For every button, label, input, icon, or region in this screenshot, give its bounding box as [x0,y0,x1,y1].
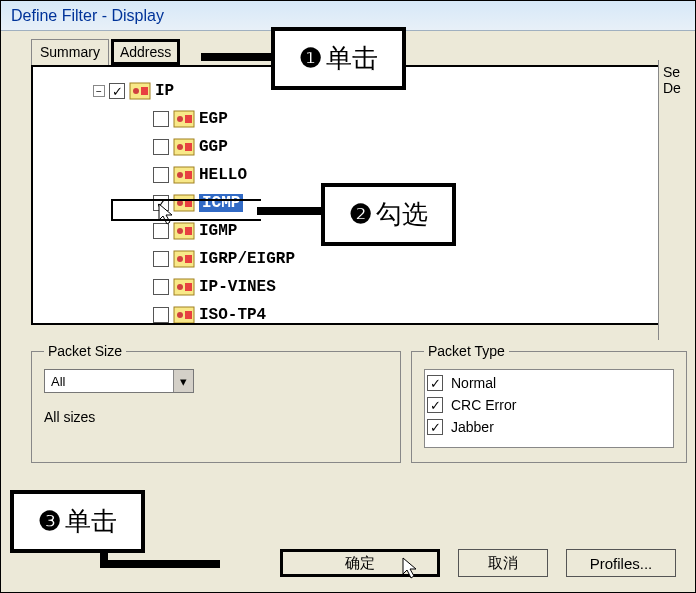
node-label: HELLO [199,166,247,184]
callout-2-num: ❷ [349,199,372,229]
checkbox-igrpeigrp[interactable] [153,251,169,267]
callout-3: ❸单击 [10,490,145,553]
protocol-icon [173,306,195,324]
tree-node-igrpeigrp[interactable]: IGRP/EIGRP [153,245,675,273]
packet-size-combo[interactable]: All ▾ [44,369,194,393]
connector-2 [257,207,321,215]
svg-point-10 [177,172,183,178]
combo-value: All [45,374,173,389]
tab-summary[interactable]: Summary [31,39,109,65]
content-area: Summary Address ❶单击 − IP EGPGGPHELLOICMP… [1,31,695,471]
checkbox-ip[interactable] [109,83,125,99]
node-label: EGP [199,110,228,128]
packet-size-group: Packet Size All ▾ All sizes [31,343,401,463]
tree-node-ggp[interactable]: GGP [153,133,675,161]
protocol-icon [173,250,195,268]
checkbox-ggp[interactable] [153,139,169,155]
packet-type-label: CRC Error [451,397,516,413]
callout-1-text: 单击 [326,43,378,73]
collapse-icon[interactable]: − [93,85,105,97]
cancel-label: 取消 [488,554,518,573]
protocol-icon [173,138,195,156]
profiles-button[interactable]: Profiles... [566,549,676,577]
checkbox-ipvines[interactable] [153,279,169,295]
window-title: Define Filter - Display [11,7,164,24]
protocol-icon [173,278,195,296]
packet-size-note: All sizes [44,409,388,425]
connector-3h [100,560,220,568]
ok-label: 确定 [345,554,375,573]
packet-type-label: Normal [451,375,496,391]
cursor-icon [401,556,419,580]
tab-address[interactable]: Address [111,39,180,65]
side-panel: Se De [658,60,688,340]
node-label: ISO-TP4 [199,306,266,324]
callout-3-num: ❸ [38,506,61,536]
svg-rect-2 [141,87,148,95]
tree-node-ipvines[interactable]: IP-VINES [153,273,675,301]
node-label: GGP [199,138,228,156]
protocol-icon [129,82,151,100]
callout-2-text: 勾选 [376,199,428,229]
button-row: 确定 取消 Profiles... [280,549,676,577]
tree-node-isotp4[interactable]: ISO-TP4 [153,301,675,325]
checkbox[interactable] [427,419,443,435]
node-label: IP-VINES [199,278,276,296]
bottom-row: Packet Size All ▾ All sizes Packet Type … [31,343,687,463]
node-label: IGRP/EIGRP [199,250,295,268]
checkbox-hello[interactable] [153,167,169,183]
window: Define Filter - Display Summary Address … [0,0,696,593]
packet-type-item[interactable]: CRC Error [427,394,671,416]
profiles-label: Profiles... [590,555,653,572]
svg-rect-8 [185,143,192,151]
svg-point-22 [177,284,183,290]
callout-1-num: ❶ [299,43,322,73]
svg-point-7 [177,144,183,150]
svg-rect-17 [185,227,192,235]
packet-type-item[interactable]: Jabber [427,416,671,438]
cancel-button[interactable]: 取消 [458,549,548,577]
svg-rect-11 [185,171,192,179]
checkbox-isotp4[interactable] [153,307,169,323]
svg-rect-20 [185,255,192,263]
svg-point-16 [177,228,183,234]
checkbox[interactable] [427,375,443,391]
svg-rect-23 [185,283,192,291]
chevron-down-icon[interactable]: ▾ [173,370,193,392]
svg-rect-26 [185,311,192,319]
side-line2: De [663,80,684,96]
tree-node-egp[interactable]: EGP [153,105,675,133]
packet-type-group: Packet Type NormalCRC ErrorJabber [411,343,687,463]
protocol-icon [173,110,195,128]
callout-2: ❷勾选 [321,183,456,246]
packet-type-legend: Packet Type [424,343,509,359]
protocol-icon [173,166,195,184]
node-label: IGMP [199,222,237,240]
callout-1: ❶单击 [271,27,406,90]
svg-point-4 [177,116,183,122]
packet-type-label: Jabber [451,419,494,435]
svg-point-1 [133,88,139,94]
node-label-ip: IP [155,82,174,100]
checkbox-egp[interactable] [153,111,169,127]
protocol-icon [173,222,195,240]
svg-rect-5 [185,115,192,123]
side-line1: Se [663,64,684,80]
checkbox[interactable] [427,397,443,413]
svg-point-25 [177,312,183,318]
packet-size-legend: Packet Size [44,343,126,359]
packet-type-item[interactable]: Normal [427,372,671,394]
tab-summary-label: Summary [40,44,100,60]
svg-point-19 [177,256,183,262]
packet-type-listbox[interactable]: NormalCRC ErrorJabber [424,369,674,448]
checkbox-igmp[interactable] [153,223,169,239]
callout-3-text: 单击 [65,506,117,536]
ok-button[interactable]: 确定 [280,549,440,577]
connector-1 [201,53,271,61]
icmp-box-highlight [111,199,261,221]
tab-address-label: Address [120,44,171,60]
